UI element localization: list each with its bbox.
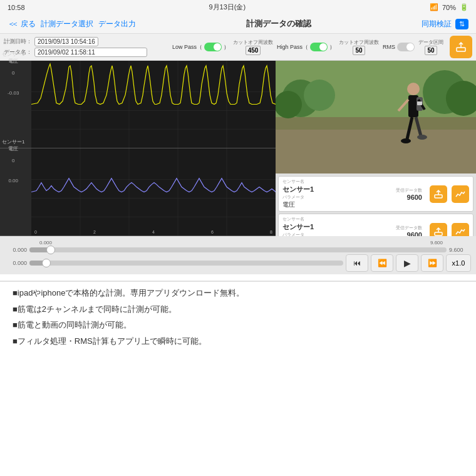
sensor2-param-label: パラメータ bbox=[282, 232, 393, 236]
sensor2-graph-icon bbox=[455, 227, 465, 237]
nav-bar: ＜ ＜ 戻る 計測データ選択 データ出力 計測データの確認 同期検証 ⇅ bbox=[0, 14, 476, 34]
section-divider bbox=[0, 281, 476, 282]
battery-icon: 🔋 bbox=[460, 3, 468, 11]
sync-button[interactable]: ⇅ bbox=[455, 19, 468, 29]
svg-rect-18 bbox=[276, 123, 476, 173]
chart-panel-2: センサー1 電圧 0 0.00 bbox=[0, 148, 276, 236]
chart2-label: センサー1 電圧 0 0.00 bbox=[2, 138, 24, 184]
sensor1-graph-button[interactable] bbox=[452, 185, 469, 203]
high-pass-toggle[interactable] bbox=[310, 43, 328, 51]
svg-rect-9 bbox=[31, 148, 276, 235]
sensor1-graph-icon bbox=[455, 189, 465, 199]
scrubber2-thumb[interactable] bbox=[42, 259, 51, 267]
sensor2-name-label: センサー名 bbox=[282, 216, 393, 222]
nav-item-data-select[interactable]: 計測データ選択 bbox=[41, 19, 93, 29]
video-placeholder bbox=[276, 61, 476, 173]
scrubber1-start: 0.000 bbox=[5, 247, 27, 253]
x-label-2: 2 bbox=[93, 230, 96, 234]
battery-level: 70% bbox=[442, 4, 456, 11]
desc-line-1: ■ipadやiphoneで本格的な計測。専用アプリダウンロード無料。 bbox=[13, 287, 463, 299]
nav-title: 計測データの確認 bbox=[141, 18, 416, 29]
status-time: 10:58 bbox=[8, 4, 25, 11]
cutoff-low-section: カットオフ周波数 450 bbox=[233, 39, 273, 55]
scrubber1-thumb[interactable] bbox=[46, 246, 55, 254]
timeline-area: 0.000 9.600 0.000 9.600 0.000 ⏮ ⏪ ▶ ⏩ x1… bbox=[0, 236, 476, 274]
datetime-section: 計測日時： 2019/09/13 10:54:16 データ名： 2019/09/… bbox=[4, 36, 147, 58]
data-interval-label: データ区間 bbox=[418, 39, 443, 46]
svg-point-22 bbox=[276, 91, 302, 118]
low-pass-filter: Low Pass（ ） bbox=[172, 43, 229, 51]
low-pass-label: Low Pass（ bbox=[172, 43, 202, 51]
data-interval-section: データ区間 50 bbox=[418, 39, 443, 55]
skip-start-button[interactable]: ⏮ bbox=[346, 254, 368, 272]
wifi-icon: 📶 bbox=[430, 3, 438, 11]
cutoff-low-value: 450 bbox=[246, 46, 261, 55]
fast-forward-button[interactable]: ⏩ bbox=[421, 254, 443, 272]
status-bar: 10:58 9月13日(金) 📶 70% 🔋 bbox=[0, 0, 476, 14]
nav-item-data-output[interactable]: データ出力 bbox=[98, 19, 136, 29]
chart1-label: センサー1 電圧 0 -0.03 bbox=[2, 51, 24, 96]
rewind-button[interactable]: ⏪ bbox=[371, 254, 393, 272]
sensor1-param-label: パラメータ bbox=[282, 194, 393, 200]
svg-point-32 bbox=[401, 138, 411, 143]
charts-area: センサー1 電圧 0 -0.03 bbox=[0, 61, 276, 236]
scrubber1-end: 9.600 bbox=[449, 247, 471, 253]
description-area: ■ipadやiphoneで本格的な計測。専用アプリダウンロード無料。 ■筋電は2… bbox=[0, 287, 476, 347]
cutoff-low-label: カットオフ周波数 bbox=[233, 39, 273, 46]
high-pass-label: High Pass（ bbox=[277, 43, 308, 51]
back-label[interactable]: ＜ 戻る bbox=[11, 19, 36, 29]
back-button[interactable]: ＜ ＜ 戻る bbox=[8, 19, 36, 29]
datetime-value: 2019/09/13 10:54:16 bbox=[34, 37, 98, 46]
filter-controls: Low Pass（ ） カットオフ周波数 450 High Pass（ ） bbox=[172, 36, 472, 58]
cutoff-high-value: 50 bbox=[353, 46, 365, 55]
video-background bbox=[276, 61, 476, 173]
sensor1-export-button[interactable] bbox=[430, 185, 447, 203]
scrubber2-track[interactable] bbox=[29, 261, 343, 266]
play-button[interactable]: ▶ bbox=[396, 254, 418, 272]
sensor1-name-value: センサー1 bbox=[282, 185, 393, 194]
svg-point-33 bbox=[417, 135, 427, 140]
sensor2-name-value: センサー1 bbox=[282, 222, 393, 232]
export-icon bbox=[455, 41, 467, 53]
scrubber2-start: 0.000 bbox=[5, 260, 27, 266]
sensor2-data-count-section: 受信データ数 9600 bbox=[396, 225, 422, 237]
sensor2-data-count-value: 9600 bbox=[396, 231, 422, 237]
sensor1-data-count-value: 9600 bbox=[396, 194, 422, 201]
cutoff-high-section: カットオフ周波数 50 bbox=[339, 39, 379, 55]
dataname-value: 2019/09/02 11:58:11 bbox=[34, 48, 147, 57]
x-label-0: 0 bbox=[34, 230, 37, 234]
rms-toggle[interactable] bbox=[397, 43, 415, 51]
datetime-label: 計測日時： bbox=[4, 38, 32, 46]
svg-rect-35 bbox=[435, 195, 442, 198]
sensor1-data-count-section: 受信データ数 9600 bbox=[396, 187, 422, 201]
x-label-8: 8 bbox=[270, 230, 272, 234]
scrubber1-track[interactable] bbox=[29, 247, 447, 252]
desc-line-4: ■フィルタ処理・RMS計算もアプリ上で瞬時に可能。 bbox=[13, 335, 463, 348]
x-label-6: 6 bbox=[211, 230, 214, 234]
time-axis-end: 9.600 bbox=[430, 240, 443, 246]
svg-point-25 bbox=[407, 83, 420, 95]
sensor1-data-count-label: 受信データ数 bbox=[396, 187, 422, 194]
desc-line-3: ■筋電と動画の同時計測が可能。 bbox=[13, 319, 463, 331]
chart1-canvas bbox=[31, 61, 276, 148]
speed-button[interactable]: x1.0 bbox=[446, 254, 471, 272]
x-axis-labels: 0 2 4 6 8 bbox=[31, 230, 276, 234]
sync-label[interactable]: 同期検証 bbox=[422, 19, 452, 29]
chart2-canvas bbox=[31, 148, 276, 235]
time-axis: 0.000 9.600 bbox=[5, 239, 471, 246]
svg-rect-34 bbox=[417, 101, 422, 105]
sensor1-info: センサー名 センサー1 パラメータ 電圧 bbox=[282, 178, 393, 209]
sensor2-graph-button[interactable] bbox=[452, 223, 469, 237]
low-pass-toggle[interactable] bbox=[204, 43, 222, 51]
sensor2-export-button[interactable] bbox=[430, 223, 447, 237]
sensor2-info: センサー名 センサー1 パラメータ 電圧 bbox=[282, 216, 393, 236]
export-button[interactable] bbox=[450, 36, 472, 58]
chart2-svg bbox=[31, 148, 276, 235]
data-interval-value: 50 bbox=[425, 46, 437, 55]
sensor1-name-label: センサー名 bbox=[282, 178, 393, 185]
time-axis-start: 0.000 bbox=[39, 240, 52, 246]
sensor2-export-icon bbox=[433, 227, 443, 237]
sensor-panels-container: センサー名 センサー1 パラメータ 電圧 受信データ数 9600 bbox=[276, 173, 476, 236]
svg-rect-0 bbox=[457, 48, 465, 51]
svg-rect-36 bbox=[435, 232, 442, 235]
